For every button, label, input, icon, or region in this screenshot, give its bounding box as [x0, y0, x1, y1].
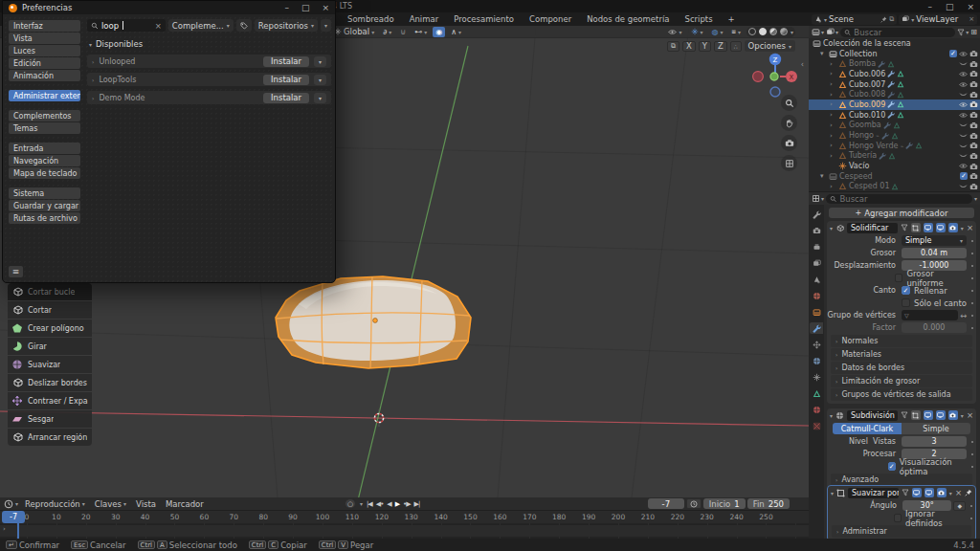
realtime-toggle[interactable] — [912, 488, 922, 497]
visibility-dropdown[interactable]: ▾ — [665, 27, 684, 37]
properties-search[interactable] — [826, 194, 972, 204]
install-button[interactable]: Instalar — [263, 75, 309, 85]
timeline-ruler[interactable]: 0102030405060708090100110120130140150160… — [0, 511, 809, 523]
outliner-search-input[interactable] — [854, 28, 951, 37]
prev-keyframe-button[interactable]: ◀• — [376, 500, 384, 508]
record-dropdown[interactable]: ▾ — [360, 500, 363, 507]
menu-playback[interactable]: Reproducción▾ — [22, 499, 88, 509]
outliner-search[interactable] — [840, 28, 955, 37]
timeline-track[interactable]: › — [0, 523, 809, 539]
funnel-icon[interactable] — [901, 224, 908, 231]
sidebar-item-animacion[interactable]: Animación — [9, 70, 80, 81]
timeline-channel-row[interactable]: › — [0, 525, 809, 537]
tab-texture[interactable] — [810, 420, 823, 431]
camera-icon[interactable] — [969, 163, 978, 170]
menu-view[interactable]: Vista — [133, 499, 159, 509]
outliner-editor-icon[interactable]: ▾ — [812, 28, 824, 36]
camera-icon[interactable] — [969, 80, 978, 88]
outliner-row-object[interactable]: › Bomba — [809, 58, 980, 69]
repos-filter-dropdown[interactable]: Repositorios▾ — [255, 19, 318, 32]
menu-keys[interactable]: Claves▾ — [92, 499, 129, 509]
mirror-y-button[interactable]: Y — [699, 41, 711, 52]
collapse-icon[interactable]: ▾ — [830, 412, 833, 419]
tool-edge-slide[interactable]: Deslizar bordes — [8, 374, 92, 391]
section-materials[interactable]: ›Materiales — [831, 348, 972, 361]
preferences-titlebar[interactable]: Preferencias – □ × — [3, 1, 335, 14]
factor-field[interactable]: 0.000 — [902, 322, 967, 333]
camera-icon[interactable] — [969, 50, 978, 57]
tab-particles[interactable] — [810, 339, 823, 350]
next-keyframe-button[interactable]: •▶ — [403, 500, 411, 508]
transform-orientation-dropdown[interactable]: Global▾ — [331, 27, 377, 37]
tool-shrink-fatten[interactable]: Contraer / Expa... — [8, 392, 92, 409]
viewport-toggle[interactable] — [936, 223, 946, 232]
current-frame-field[interactable]: -7 — [648, 498, 684, 509]
edit-mode-toggle[interactable] — [911, 410, 921, 420]
play-button[interactable]: ▶ — [395, 500, 399, 508]
pin-icon[interactable] — [880, 16, 887, 23]
sidebar-item-navegacion[interactable]: Navegación — [9, 155, 80, 166]
workspace-tab[interactable]: Animar — [403, 13, 446, 25]
xray-toggle[interactable]: ⧈▾ — [729, 27, 744, 37]
tab-tool[interactable] — [810, 209, 823, 220]
sidebar-item-luces[interactable]: Luces — [9, 45, 80, 56]
tag-filter-icon[interactable] — [236, 19, 252, 32]
section-output-vgroups[interactable]: ›Grupos de vértices de salida — [831, 388, 972, 401]
camera-icon[interactable] — [969, 111, 978, 119]
mode-dropdown[interactable]: Simple▾ — [902, 235, 967, 246]
ignore-sharpness-checkbox[interactable] — [894, 514, 902, 522]
pan-hand-icon[interactable] — [781, 115, 797, 131]
mesh-object[interactable] — [276, 276, 471, 368]
tool-rip-region[interactable]: Arrancar región — [8, 429, 92, 446]
outliner-row-collection[interactable]: ▾ Cespeed ✓ — [809, 171, 980, 182]
add-modifier-button[interactable]: +Agregar modificador — [829, 208, 974, 218]
extension-more-icon[interactable]: ▾ — [314, 56, 326, 67]
outliner-row-empty[interactable]: Vacío — [809, 161, 980, 171]
render-toggle[interactable] — [948, 410, 958, 420]
remove-modifier-icon[interactable]: × — [955, 488, 962, 497]
collapse-icon[interactable]: ▾ — [831, 490, 834, 496]
outliner-row-collection[interactable]: ▾ Collection ✓ — [809, 49, 980, 59]
outliner-row-object[interactable]: › Cubo.008 — [809, 89, 980, 99]
pin-icon[interactable] — [965, 489, 972, 496]
record-button[interactable]: ○ — [345, 498, 356, 509]
sidebar-item-guardar-y-cargar[interactable]: Guardar y cargar — [9, 200, 80, 211]
eye-closed-icon[interactable] — [959, 183, 968, 189]
only-rim-checkbox[interactable] — [902, 298, 910, 307]
tab-scene[interactable] — [810, 274, 823, 285]
minimize-icon[interactable]: – — [927, 2, 932, 11]
outliner-row-object[interactable]: › Cubo.010 — [809, 110, 980, 121]
remove-modifier-icon[interactable]: × — [967, 223, 973, 232]
extension-more-icon[interactable]: ▾ — [314, 75, 326, 85]
tab-world[interactable] — [810, 290, 823, 301]
uniform-checkbox[interactable] — [895, 274, 902, 282]
tab-view-layer[interactable] — [810, 257, 823, 269]
playhead-label[interactable]: -7 — [2, 511, 25, 523]
levels-viewport-field[interactable]: 3 — [902, 436, 967, 447]
workspace-tab[interactable]: Componer — [523, 13, 578, 25]
sidebar-item-edicion[interactable]: Edición — [9, 57, 80, 69]
gizmo-z-neg-axis[interactable] — [770, 87, 780, 97]
properties-options-icon[interactable]: ▾ — [974, 195, 977, 202]
sidebar-item-rutas-de-archivo[interactable]: Rutas de archivo — [9, 212, 80, 224]
collapse-icon[interactable]: ▾ — [830, 225, 833, 231]
eye-closed-icon[interactable] — [959, 132, 968, 139]
outliner-filter-icon[interactable]: ▾ — [957, 29, 969, 36]
jump-end-button[interactable]: ▶| — [414, 500, 420, 508]
tool-spin[interactable]: Girar — [8, 338, 92, 355]
funnel-icon[interactable] — [902, 489, 909, 496]
shading-material-button[interactable] — [769, 28, 777, 35]
tab-physics[interactable] — [810, 355, 823, 366]
menu-marker[interactable]: Marcador — [163, 499, 207, 509]
clear-search-icon[interactable]: × — [155, 21, 162, 31]
section-thickness-clamp[interactable]: ›Limitación de grosor — [831, 375, 972, 387]
collection-checkbox[interactable]: ✓ — [949, 50, 957, 57]
snap-dots-icon[interactable]: ∴ — [730, 41, 742, 52]
sidebar-item-mapa-de-teclado[interactable]: Mapa de teclado — [9, 167, 80, 179]
eye-closed-icon[interactable] — [959, 121, 968, 128]
sidebar-item-administrar-extensiones[interactable]: Administrar extensiones — [9, 90, 80, 101]
tool-knife[interactable]: Cortar — [8, 301, 92, 319]
invert-vgroup-icon[interactable]: ↔ — [960, 311, 967, 320]
properties-editor-icon[interactable]: ▾ — [812, 194, 824, 203]
camera-icon[interactable] — [969, 60, 978, 68]
